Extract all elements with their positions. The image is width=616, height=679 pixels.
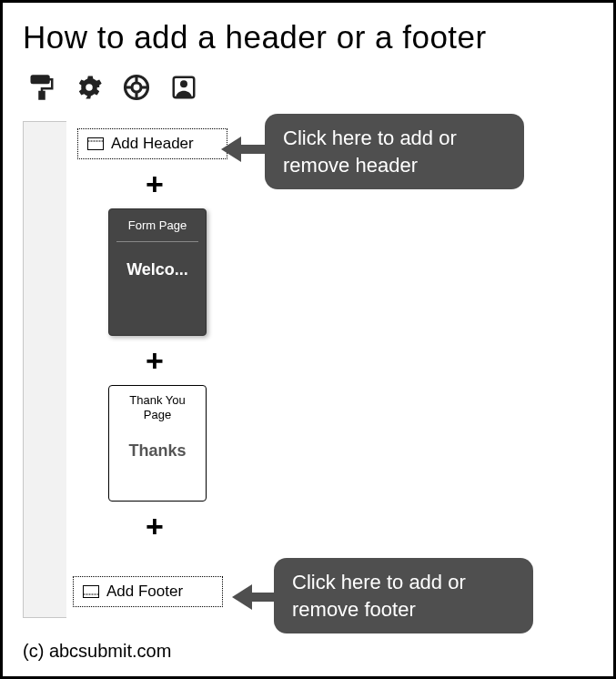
svg-rect-11 xyxy=(88,138,104,150)
callout-header: Click here to add or remove header xyxy=(265,114,524,189)
svg-point-4 xyxy=(132,83,141,92)
add-page-button-1[interactable]: + xyxy=(146,167,164,202)
gear-icon[interactable] xyxy=(76,74,103,101)
page-structure-panel: Add Header + Form Page Welco... + Thank … xyxy=(23,114,232,623)
roller-icon[interactable] xyxy=(28,74,56,101)
svg-rect-1 xyxy=(40,92,45,99)
add-page-button-3[interactable]: + xyxy=(146,509,164,544)
canvas-edge xyxy=(23,121,66,618)
tutorial-frame: How to add a header or a footer xyxy=(0,0,616,679)
toolbar xyxy=(25,68,593,114)
form-page-card[interactable]: Form Page Welco... xyxy=(108,208,207,336)
add-page-button-2[interactable]: + xyxy=(146,343,164,379)
svg-rect-13 xyxy=(84,586,99,598)
add-header-button[interactable]: Add Header xyxy=(77,128,227,159)
add-footer-label: Add Footer xyxy=(106,583,183,601)
form-page-label: Form Page xyxy=(116,218,198,241)
thank-you-page-card[interactable]: Thank You Page Thanks xyxy=(108,385,207,502)
add-header-label: Add Header xyxy=(111,135,194,153)
header-slot-icon xyxy=(87,137,104,150)
thank-you-content: Thanks xyxy=(115,441,200,461)
page-title: How to add a header or a footer xyxy=(23,19,593,56)
svg-point-2 xyxy=(86,84,93,91)
copyright-text: (c) abcsubmit.com xyxy=(23,641,171,662)
callout-footer: Click here to add or remove footer xyxy=(274,558,533,633)
help-icon[interactable] xyxy=(123,74,150,101)
svg-rect-0 xyxy=(32,76,49,84)
thank-you-label: Thank You Page xyxy=(115,393,200,421)
add-footer-button[interactable]: Add Footer xyxy=(73,576,223,607)
user-icon[interactable] xyxy=(170,74,197,101)
form-page-content: Welco... xyxy=(116,260,198,279)
svg-point-10 xyxy=(180,80,187,87)
footer-slot-icon xyxy=(83,585,99,598)
